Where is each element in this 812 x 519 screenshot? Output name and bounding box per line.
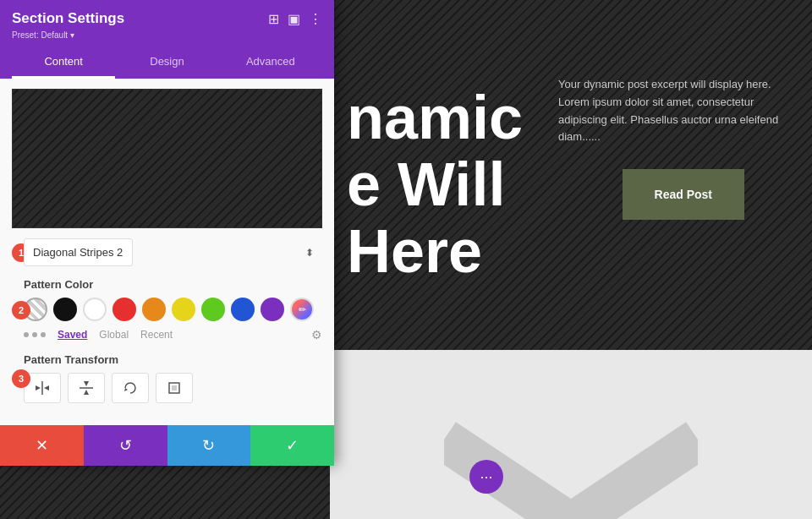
color-swatches-row: ✏ — [24, 298, 322, 321]
preset-arrow-icon: ▾ — [70, 30, 74, 40]
color-section-label: Pattern Color — [24, 278, 322, 291]
panel-header: Section Settings ⊞ ▣ ⋮ Preset: Default ▾… — [0, 0, 334, 79]
transform-buttons-row — [24, 373, 322, 403]
floating-menu-button[interactable]: ··· — [469, 460, 503, 494]
saved-dots — [24, 332, 46, 337]
dropdown-section: 1 Diagonal Stripes 2 None Diagonal Strip… — [24, 238, 322, 266]
dot1 — [24, 332, 29, 337]
panel-body: 1 Diagonal Stripes 2 None Diagonal Strip… — [0, 79, 334, 425]
layout-icon[interactable]: ▣ — [288, 11, 300, 27]
tab-content[interactable]: Content — [12, 46, 115, 79]
svg-marker-5 — [84, 390, 89, 395]
settings-panel: Section Settings ⊞ ▣ ⋮ Preset: Default ▾… — [0, 0, 334, 466]
flip-vertical-button[interactable] — [68, 373, 105, 403]
swatch-green[interactable] — [201, 298, 225, 321]
step-2-badge: 2 — [12, 301, 30, 320]
svg-marker-2 — [44, 385, 49, 391]
undo-button[interactable]: ↺ — [84, 425, 167, 466]
header-icons-group: ⊞ ▣ ⋮ — [268, 11, 322, 27]
pattern-preview — [12, 89, 322, 228]
save-icon: ✓ — [286, 436, 299, 455]
preset-text: Preset: Default — [12, 30, 68, 40]
preset-label[interactable]: Preset: Default ▾ — [12, 30, 322, 40]
reset-transform-button[interactable] — [156, 373, 193, 403]
action-bar: ✕ ↺ ↻ ✓ — [0, 425, 334, 466]
more-icon[interactable]: ⋮ — [309, 11, 322, 27]
cancel-icon: ✕ — [36, 436, 48, 455]
swatch-black[interactable] — [53, 298, 77, 321]
save-button[interactable]: ✓ — [250, 425, 334, 466]
svg-marker-4 — [84, 381, 89, 386]
cancel-button[interactable]: ✕ — [0, 425, 84, 466]
swatch-red[interactable] — [112, 298, 136, 321]
redo-icon: ↻ — [202, 436, 215, 455]
swatch-orange[interactable] — [142, 298, 166, 321]
swatch-yellow[interactable] — [172, 298, 195, 321]
svg-marker-1 — [36, 385, 41, 391]
recent-tab[interactable]: Recent — [140, 329, 173, 341]
bottom-section — [330, 350, 812, 519]
saved-global-recent-row: Saved Global Recent ⚙ — [24, 328, 322, 341]
svg-rect-8 — [172, 385, 177, 391]
transform-section: 3 Pattern Transform — [24, 353, 322, 403]
rotate-button[interactable] — [112, 373, 149, 403]
dropdown-arrow-icon: ⬍ — [305, 247, 314, 259]
dot2 — [32, 332, 37, 337]
tab-design[interactable]: Design — [115, 46, 218, 79]
swatch-purple[interactable] — [261, 298, 284, 321]
transform-label: Pattern Transform — [24, 353, 322, 366]
hero-line3: Here — [347, 218, 812, 285]
svg-marker-6 — [124, 388, 128, 391]
color-section: 2 Pattern Color ✏ — [24, 278, 322, 341]
panel-header-top: Section Settings ⊞ ▣ ⋮ — [12, 10, 322, 27]
undo-icon: ↺ — [119, 436, 132, 455]
dot3 — [41, 332, 46, 337]
swatch-custom-pencil[interactable]: ✏ — [290, 298, 314, 321]
step-3-badge: 3 — [12, 369, 30, 388]
tab-advanced[interactable]: Advanced — [219, 46, 322, 79]
panel-title: Section Settings — [12, 10, 124, 27]
excerpt-text: Your dynamic post excerpt will display h… — [558, 76, 795, 146]
read-post-button[interactable]: Read Post — [623, 169, 744, 220]
saved-tab[interactable]: Saved — [58, 329, 87, 341]
tab-bar: Content Design Advanced — [12, 46, 322, 79]
redo-button[interactable]: ↻ — [167, 425, 251, 466]
pattern-dropdown[interactable]: Diagonal Stripes 2 None Diagonal Stripes… — [24, 238, 133, 266]
fullscreen-icon[interactable]: ⊞ — [268, 11, 279, 27]
swatch-white[interactable] — [83, 298, 107, 321]
global-tab[interactable]: Global — [99, 329, 129, 341]
chevron-decoration — [444, 389, 698, 519]
swatch-blue[interactable] — [231, 298, 255, 321]
color-settings-icon[interactable]: ⚙ — [311, 328, 322, 341]
pattern-dropdown-wrapper: Diagonal Stripes 2 None Diagonal Stripes… — [24, 238, 322, 266]
